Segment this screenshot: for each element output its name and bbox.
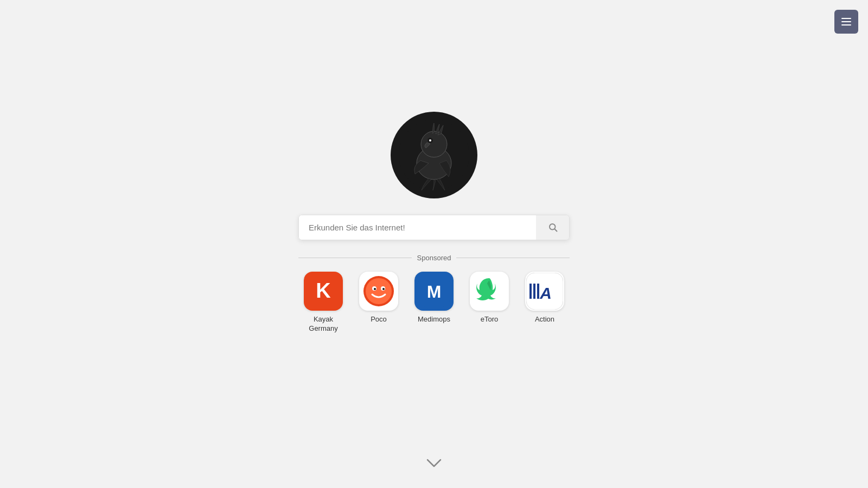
- logo-container: [391, 112, 477, 198]
- svg-text:A: A: [539, 284, 552, 302]
- sponsored-line-right: [456, 258, 570, 258]
- chevron-down-icon: [426, 459, 442, 468]
- medimops-label: Medimops: [418, 315, 450, 324]
- etoro-icon: [470, 272, 509, 311]
- menu-icon-line3: [841, 24, 851, 25]
- sponsored-section: Sponsored K Kayak Germany: [298, 254, 570, 333]
- sponsored-label: Sponsored: [417, 254, 451, 262]
- menu-icon-line2: [841, 21, 851, 22]
- svg-point-11: [374, 288, 376, 290]
- svg-point-8: [366, 278, 392, 304]
- menu-icon-line1: [841, 18, 851, 19]
- sponsored-header: Sponsored: [298, 254, 570, 262]
- search-bar: [298, 215, 570, 240]
- poco-label: Poco: [371, 315, 387, 324]
- svg-point-12: [382, 288, 385, 290]
- kayak-label: Kayak Germany: [302, 315, 345, 333]
- sponsored-line-left: [298, 258, 412, 258]
- etoro-label: eToro: [481, 315, 499, 324]
- search-icon: [548, 222, 558, 232]
- menu-button[interactable]: [834, 10, 858, 34]
- medimops-icon: M: [414, 272, 454, 311]
- svg-point-2: [421, 131, 447, 157]
- search-input[interactable]: [298, 215, 536, 240]
- svg-point-4: [429, 139, 431, 142]
- logo-circle: [391, 112, 477, 198]
- sponsor-poco[interactable]: Poco: [357, 272, 400, 324]
- chevron-down[interactable]: [426, 458, 442, 472]
- action-label: Action: [535, 315, 554, 324]
- svg-line-6: [554, 229, 557, 232]
- main-content: Sponsored K Kayak Germany: [0, 0, 868, 488]
- sponsor-action[interactable]: A Action: [523, 272, 566, 324]
- search-button[interactable]: [536, 215, 570, 240]
- svg-point-5: [550, 224, 556, 230]
- kayak-icon: K: [304, 272, 343, 311]
- poco-icon: [359, 272, 398, 311]
- action-icon: A: [525, 272, 564, 311]
- svg-text:M: M: [427, 282, 442, 301]
- sponsor-medimops[interactable]: M Medimops: [412, 272, 456, 324]
- logo-icon: [399, 120, 469, 190]
- sponsors-grid: K Kayak Germany: [298, 272, 570, 333]
- sponsor-etoro[interactable]: eToro: [468, 272, 511, 324]
- sponsor-kayak[interactable]: K Kayak Germany: [302, 272, 345, 333]
